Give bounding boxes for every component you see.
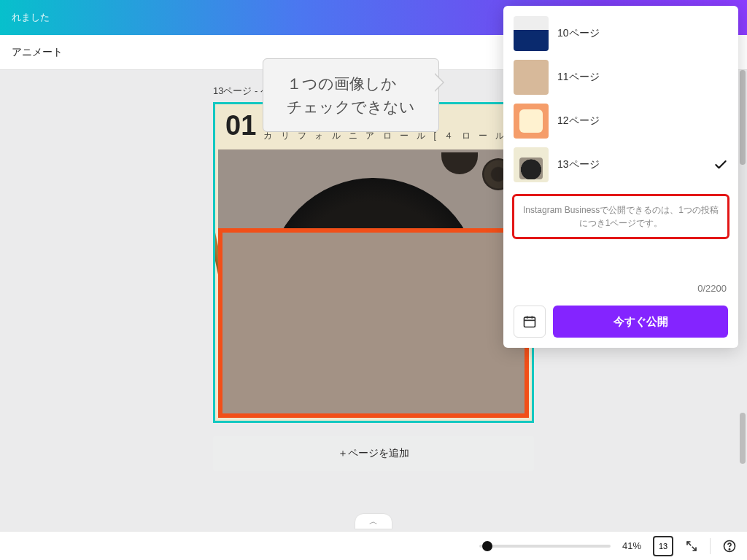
page-thumbnail (514, 104, 549, 139)
help-button[interactable] (722, 539, 737, 553)
saved-status: れました (12, 11, 50, 24)
grid-page-number: 13 (659, 542, 667, 551)
chevron-up-icon: ︿ (369, 516, 378, 528)
page-select-item[interactable]: 12ページ (503, 99, 738, 143)
publish-panel: 10ページ 11ページ 12ページ 13ページ Instagram Busine… (503, 6, 738, 348)
page-item-label: 12ページ (557, 114, 705, 128)
zoom-slider[interactable] (479, 545, 611, 548)
zoom-value: 41% (622, 540, 641, 551)
svg-rect-2 (525, 317, 535, 327)
page-thumbnail (514, 16, 549, 51)
design-number: 01 (225, 112, 256, 139)
animate-button[interactable]: アニメート (12, 46, 63, 59)
design-photo-frame (218, 228, 529, 418)
add-page-button[interactable]: ＋ページを追加 (213, 436, 534, 471)
caption-char-counter: 0/2200 (503, 239, 738, 298)
divider (710, 538, 711, 554)
scrollbar[interactable] (740, 70, 746, 528)
grid-view-button[interactable]: 13 (653, 536, 673, 556)
page-thumbnail (514, 147, 549, 182)
publish-now-button[interactable]: 今すぐ公開 (553, 306, 728, 338)
calendar-icon (522, 314, 537, 329)
expand-pages-handle[interactable]: ︿ (355, 513, 392, 529)
page-select-item[interactable]: 11ページ (503, 55, 738, 99)
page-item-label: 11ページ (557, 71, 705, 84)
design-canvas[interactable]: 01 お 持 ち カ リ フ ォ ル ニ ア ロ ー ル [ ４ ロ ー ル ] (213, 102, 534, 423)
page-item-label: 10ページ (557, 27, 705, 40)
check-icon (713, 158, 728, 172)
page-thumbnail (514, 60, 549, 95)
fullscreen-button[interactable] (685, 540, 698, 553)
page-item-label: 13ページ (557, 158, 705, 171)
page-select-item[interactable]: 13ページ (503, 143, 738, 187)
bottom-bar: 41% 13 (0, 531, 747, 560)
svg-point-9 (729, 548, 729, 549)
schedule-button[interactable] (514, 306, 546, 338)
page-select-item[interactable]: 10ページ (503, 12, 738, 55)
warning-message: Instagram Businessで公開できるのは、1つの投稿につき1ページで… (512, 194, 729, 239)
annotation-bubble: １つの画像しか チェックできない (263, 58, 439, 132)
